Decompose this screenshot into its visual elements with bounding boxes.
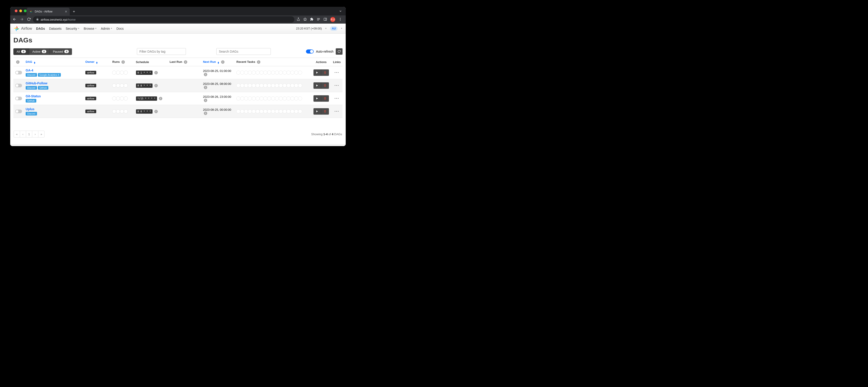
owner-pill[interactable]: airflow bbox=[85, 97, 96, 100]
info-icon[interactable]: i bbox=[121, 60, 125, 64]
run-circle[interactable] bbox=[124, 96, 128, 100]
url-bar[interactable]: airflow.zerohertz.xyz/home bbox=[33, 16, 294, 23]
share-icon[interactable] bbox=[297, 18, 300, 22]
page-first[interactable]: « bbox=[13, 131, 20, 137]
task-circle[interactable] bbox=[283, 70, 287, 75]
trigger-button[interactable] bbox=[313, 69, 321, 76]
info-icon[interactable]: i bbox=[154, 71, 158, 74]
task-circle[interactable] bbox=[248, 109, 252, 114]
task-circle[interactable] bbox=[236, 109, 240, 114]
task-circle[interactable] bbox=[286, 96, 290, 100]
close-window-icon[interactable] bbox=[15, 9, 18, 12]
task-circle[interactable] bbox=[263, 70, 268, 75]
task-circle[interactable] bbox=[267, 84, 271, 88]
delete-button[interactable] bbox=[321, 108, 329, 115]
task-circle[interactable] bbox=[248, 70, 252, 75]
task-circle[interactable] bbox=[290, 109, 294, 114]
task-circle[interactable] bbox=[298, 96, 302, 100]
owner-pill[interactable]: airflow bbox=[85, 84, 96, 87]
owner-pill[interactable]: airflow bbox=[85, 71, 96, 74]
info-icon[interactable]: i bbox=[184, 60, 187, 64]
delete-button[interactable] bbox=[321, 82, 329, 89]
task-circle[interactable] bbox=[279, 70, 283, 75]
dag-name-link[interactable]: Git-Status bbox=[26, 94, 82, 98]
run-circle[interactable] bbox=[124, 84, 128, 88]
task-circle[interactable] bbox=[263, 109, 268, 114]
tag-pill[interactable]: Discord bbox=[26, 112, 37, 116]
task-circle[interactable] bbox=[252, 70, 256, 75]
task-circle[interactable] bbox=[275, 109, 279, 114]
nav-item-security[interactable]: Security▼ bbox=[66, 27, 80, 30]
task-circle[interactable] bbox=[252, 84, 256, 88]
task-circle[interactable] bbox=[286, 109, 290, 114]
task-circle[interactable] bbox=[259, 96, 264, 100]
task-circle[interactable] bbox=[259, 109, 264, 114]
page-next[interactable]: › bbox=[32, 131, 38, 137]
info-icon[interactable]: i bbox=[154, 110, 158, 113]
page-current[interactable]: 1 bbox=[26, 131, 32, 137]
task-circle[interactable] bbox=[267, 70, 271, 75]
close-tab-icon[interactable]: ✕ bbox=[65, 10, 67, 13]
info-icon[interactable]: i bbox=[257, 60, 260, 64]
task-circle[interactable] bbox=[286, 84, 290, 88]
info-icon[interactable]: i bbox=[204, 73, 207, 76]
task-circle[interactable] bbox=[279, 96, 283, 100]
trigger-button[interactable] bbox=[313, 82, 321, 89]
run-circle[interactable] bbox=[120, 96, 124, 100]
task-circle[interactable] bbox=[240, 84, 244, 88]
task-circle[interactable] bbox=[267, 109, 271, 114]
task-circle[interactable] bbox=[271, 96, 275, 100]
task-circle[interactable] bbox=[252, 96, 256, 100]
task-circle[interactable] bbox=[244, 70, 248, 75]
info-icon[interactable]: i bbox=[16, 60, 20, 64]
task-circle[interactable] bbox=[294, 109, 298, 114]
tag-pill[interactable]: GitHub bbox=[38, 86, 49, 90]
task-circle[interactable] bbox=[279, 109, 283, 114]
sort-icon[interactable]: ▲▼ bbox=[217, 62, 219, 64]
airflow-logo[interactable]: Airflow bbox=[13, 25, 32, 32]
task-circle[interactable] bbox=[271, 70, 275, 75]
task-circle[interactable] bbox=[275, 70, 279, 75]
task-circle[interactable] bbox=[252, 109, 256, 114]
trigger-button[interactable] bbox=[313, 108, 321, 115]
info-icon[interactable]: i bbox=[154, 84, 158, 87]
task-circle[interactable] bbox=[298, 70, 302, 75]
task-circle[interactable] bbox=[256, 84, 260, 88]
task-circle[interactable] bbox=[275, 96, 279, 100]
browser-tab[interactable]: DAGs - Airflow ✕ bbox=[27, 8, 70, 15]
task-circle[interactable] bbox=[256, 109, 260, 114]
task-circle[interactable] bbox=[248, 96, 252, 100]
page-last[interactable]: » bbox=[38, 131, 44, 137]
run-circle[interactable] bbox=[112, 84, 116, 88]
task-circle[interactable] bbox=[236, 84, 240, 88]
task-circle[interactable] bbox=[267, 96, 271, 100]
task-circle[interactable] bbox=[294, 84, 298, 88]
nav-item-browse[interactable]: Browse▼ bbox=[84, 27, 97, 30]
tag-pill[interactable]: Discord bbox=[26, 86, 37, 90]
filter-paused[interactable]: Paused 4 bbox=[50, 48, 72, 55]
task-circle[interactable] bbox=[271, 84, 275, 88]
task-circle[interactable] bbox=[259, 84, 264, 88]
nav-item-docs[interactable]: Docs bbox=[117, 27, 124, 30]
sort-icon[interactable]: ▲▼ bbox=[96, 62, 98, 64]
dag-name-link[interactable]: GitHub-Follow bbox=[26, 82, 82, 85]
task-circle[interactable] bbox=[283, 84, 287, 88]
delete-button[interactable] bbox=[321, 69, 329, 76]
task-circle[interactable] bbox=[244, 109, 248, 114]
col-owner[interactable]: Owner bbox=[85, 60, 94, 64]
new-tab-button[interactable]: + bbox=[73, 9, 75, 13]
task-circle[interactable] bbox=[240, 96, 244, 100]
panel-icon[interactable] bbox=[323, 18, 327, 22]
task-circle[interactable] bbox=[248, 84, 252, 88]
info-icon[interactable]: i bbox=[204, 111, 207, 115]
info-icon[interactable]: i bbox=[159, 97, 162, 100]
task-circle[interactable] bbox=[283, 96, 287, 100]
tag-filter-input[interactable] bbox=[137, 48, 186, 55]
more-links-icon[interactable]: ··· bbox=[334, 70, 339, 75]
col-dag[interactable]: DAG bbox=[26, 60, 32, 64]
task-circle[interactable] bbox=[256, 96, 260, 100]
run-circle[interactable] bbox=[116, 96, 120, 100]
page-prev[interactable]: ‹ bbox=[20, 131, 26, 137]
more-links-icon[interactable]: ··· bbox=[334, 96, 339, 101]
sort-icon[interactable]: ▲▼ bbox=[34, 62, 36, 64]
